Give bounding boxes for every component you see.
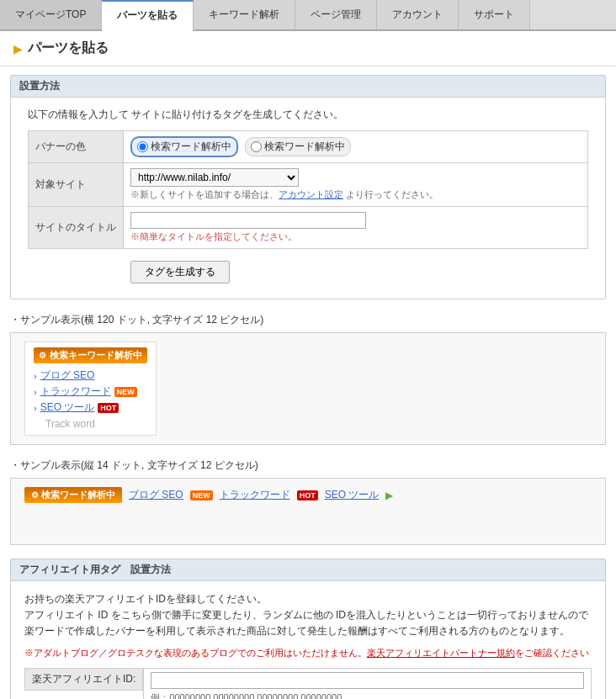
generate-btn-cell: タグを生成する: [124, 249, 588, 289]
affiliate-terms-link[interactable]: 楽天アフィリエイトパートナー規約: [367, 648, 515, 658]
banner-links: › ブログ SEO › トラックワード NEW › SEO ツール HOT: [34, 368, 147, 415]
affiliate-hint-example: 例：00000000.00000000.00000000.00000000: [151, 691, 584, 699]
radio-label-1: 検索ワード解析中: [151, 140, 231, 154]
site-select-row: http://www.nilab.info/: [130, 168, 581, 187]
nav-bar: マイページTOP パーツを貼る キーワード解析 ページ管理 アカウント サポート: [0, 0, 616, 31]
warning-main: ※アダルトブログ／グロテスクな表現のあるブログでのご利用はいただけません。: [24, 648, 367, 658]
affiliate-desc-1: お持ちの楽天アフィリエイトIDを登録してください。: [24, 591, 592, 607]
page-title-bar: ▶ パーツを貼る: [0, 31, 616, 66]
sample2-box: ⚙ 検索ワード解析中 ブログ SEO NEW トラックワード HOT SEO ツ…: [10, 478, 606, 545]
nav-item-mypage[interactable]: マイページTOP: [0, 0, 102, 29]
radio-input-2[interactable]: [251, 141, 262, 152]
arrow-icon-3: ›: [34, 403, 37, 413]
target-site-label: 対象サイト: [29, 163, 124, 207]
site-hint-suffix: より行ってください。: [343, 189, 438, 199]
affiliate-desc-2: アフィリエイト ID をこちら側で勝手に変更したり、ランダムに他の IDを混入し…: [24, 607, 592, 623]
arrow-icon-2: ›: [34, 387, 37, 397]
radio-option2[interactable]: 検索ワード解析中: [245, 137, 351, 156]
affiliate-id-label: 楽天アフィリエイトID:: [24, 668, 143, 691]
generate-btn-row: タグを生成する: [29, 249, 588, 289]
affiliate-desc-3: 楽ワードで作成したバナーを利用して表示された商品に対して発生した報酬はすべてご利…: [24, 623, 592, 639]
site-select[interactable]: http://www.nilab.info/: [130, 168, 299, 187]
horiz-link-seo[interactable]: SEO ツール: [325, 488, 380, 502]
affiliate-body: お持ちの楽天アフィリエイトIDを登録してください。 アフィリエイト ID をこち…: [11, 581, 605, 699]
site-title-row: サイトのタイトル ※簡単なタイトルを指定してください。: [29, 207, 588, 249]
form-table: バナーの色 検索ワード解析中: [28, 130, 588, 289]
horiz-banner-btn: ⚙ 検索ワード解析中: [24, 487, 122, 503]
setup-section-header: 設置方法: [11, 76, 605, 98]
title-input-row: [130, 212, 581, 229]
horiz-banner-label: 検索ワード解析中: [41, 489, 115, 501]
banner-header-btn: ⚙ 検索キーワード解析中: [34, 347, 147, 363]
badge-hot-horiz: HOT: [297, 490, 318, 500]
generate-btn-spacer: [29, 249, 124, 289]
nav-item-keyword[interactable]: キーワード解析: [194, 0, 295, 29]
banner-header-label: 検索キーワード解析中: [50, 349, 142, 362]
list-item: › トラックワード NEW: [34, 384, 147, 399]
site-hint-text: ※新しくサイトを追加する場合は、: [130, 189, 279, 199]
nav-item-account[interactable]: アカウント: [377, 0, 459, 29]
sample2-title: ・サンプル表示(縦 14 ドット, 文字サイズ 12 ピクセル): [10, 458, 606, 473]
site-title-input[interactable]: [130, 212, 366, 229]
affiliate-header: アフィリエイト用タグ 設置方法: [11, 559, 605, 581]
track-word: Track word: [45, 418, 147, 430]
generate-button[interactable]: タグを生成する: [130, 261, 230, 283]
main-content: ▶ パーツを貼る 設置方法 以下の情報を入力して サイトに貼り付けるタグを生成し…: [0, 31, 616, 699]
sample2-section: ・サンプル表示(縦 14 ドット, 文字サイズ 12 ピクセル) ⚙ 検索ワード…: [10, 458, 606, 545]
setup-section: 設置方法 以下の情報を入力して サイトに貼り付けるタグを生成してください。 バナ…: [10, 75, 606, 299]
nav-item-support[interactable]: サポート: [459, 0, 530, 29]
form-intro: 以下の情報を入力して サイトに貼り付けるタグを生成してください。: [28, 108, 588, 122]
affiliate-id-input[interactable]: [151, 672, 584, 689]
horiz-link-blog[interactable]: ブログ SEO: [129, 488, 183, 502]
page-title: パーツを貼る: [28, 40, 109, 57]
nav-item-page-mgmt[interactable]: ページ管理: [295, 0, 377, 29]
banner-color-row: バナーの色 検索ワード解析中: [29, 131, 588, 163]
radio-option1[interactable]: 検索ワード解析中: [130, 136, 238, 157]
radio-active[interactable]: 検索ワード解析中: [130, 136, 238, 157]
affiliate-hint: 例：00000000.00000000.00000000.00000000 » …: [151, 691, 584, 699]
target-site-row: 対象サイト http://www.nilab.info/ ※新しくサイトを追加す…: [29, 163, 588, 207]
gear-icon: ⚙: [39, 351, 46, 360]
affiliate-input-area: 例：00000000.00000000.00000000.00000000 » …: [143, 668, 592, 699]
affiliate-section: アフィリエイト用タグ 設置方法 お持ちの楽天アフィリエイトIDを登録してください…: [10, 559, 606, 699]
horiz-link-track[interactable]: トラックワード: [220, 488, 290, 502]
badge-hot: HOT: [98, 403, 119, 413]
site-hint: ※新しくサイトを追加する場合は、アカウント設定 より行ってください。: [130, 188, 581, 201]
link-trackword[interactable]: トラックワード: [40, 384, 111, 399]
sample1-title: ・サンプル表示(横 120 ドット, 文字サイズ 12 ピクセル): [10, 313, 606, 327]
sample1-widget: ⚙ 検索キーワード解析中 › ブログ SEO › トラックワード NEW: [24, 342, 157, 436]
account-settings-link[interactable]: アカウント設定: [279, 189, 343, 199]
warning-text: ※アダルトブログ／グロテスクな表現のあるブログでのご利用はいただけません。楽天ア…: [24, 647, 592, 659]
banner-color-label: バナーの色: [29, 131, 124, 163]
nav-item-parts[interactable]: パーツを貼る: [102, 0, 194, 31]
title-hint: ※簡単なタイトルを指定してください。: [130, 230, 581, 243]
site-title-value: ※簡単なタイトルを指定してください。: [124, 207, 588, 249]
sample1-box: ⚙ 検索キーワード解析中 › ブログ SEO › トラックワード NEW: [10, 332, 606, 445]
list-item: › SEO ツール HOT: [34, 400, 147, 415]
sample1-section: ・サンプル表示(横 120 ドット, 文字サイズ 12 ピクセル) ⚙ 検索キー…: [10, 313, 606, 445]
badge-new: NEW: [114, 387, 137, 397]
link-seo-tool[interactable]: SEO ツール: [40, 400, 95, 415]
radio-group: 検索ワード解析中 検索ワード解析中: [130, 136, 581, 157]
page-title-icon: ▶: [13, 42, 23, 56]
warning-suffix: をご確認ください: [515, 648, 589, 658]
link-blog-seo[interactable]: ブログ SEO: [40, 368, 95, 383]
site-title-label: サイトのタイトル: [29, 207, 124, 249]
badge-new-horiz: NEW: [190, 490, 213, 500]
horiz-arrow-icon: ▶: [385, 490, 393, 501]
horiz-banner: ⚙ 検索ワード解析中 ブログ SEO NEW トラックワード HOT SEO ツ…: [24, 487, 592, 503]
target-site-value: http://www.nilab.info/ ※新しくサイトを追加する場合は、ア…: [124, 163, 588, 207]
affiliate-form-row: 楽天アフィリエイトID: 例：00000000.00000000.0000000…: [24, 668, 592, 699]
radio-input-1[interactable]: [137, 141, 148, 152]
radio-inactive[interactable]: 検索ワード解析中: [245, 137, 351, 156]
list-item: › ブログ SEO: [34, 368, 147, 383]
arrow-icon-1: ›: [34, 371, 37, 381]
gear-icon-horiz: ⚙: [31, 490, 39, 500]
form-area: 以下の情報を入力して サイトに貼り付けるタグを生成してください。 バナーの色 検…: [11, 98, 605, 299]
sample1-banner-header: ⚙ 検索キーワード解析中: [34, 347, 147, 367]
banner-color-value: 検索ワード解析中 検索ワード解析中: [124, 131, 588, 163]
affiliate-desc: お持ちの楽天アフィリエイトIDを登録してください。 アフィリエイト ID をこち…: [24, 591, 592, 640]
radio-label-2: 検索ワード解析中: [264, 140, 345, 154]
